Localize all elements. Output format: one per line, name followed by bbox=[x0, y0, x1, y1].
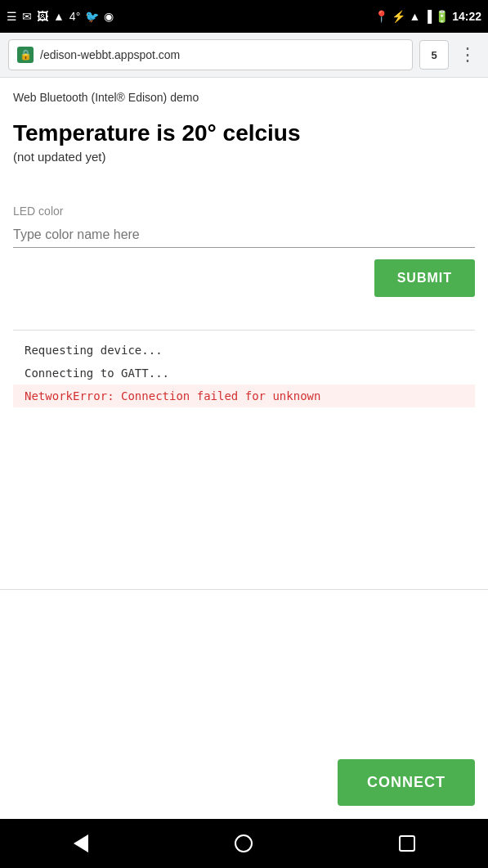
led-section: LED color bbox=[13, 205, 475, 248]
browser-chrome: 🔒 /edison-webbt.appspot.com 5 ⋮ bbox=[0, 33, 488, 78]
connect-button[interactable]: CONNECT bbox=[338, 759, 475, 806]
home-button[interactable] bbox=[235, 834, 253, 852]
log-section: Requesting device... Connecting to GATT.… bbox=[13, 330, 475, 416]
location-icon: 📍 bbox=[374, 10, 388, 23]
submit-row: SUBMIT bbox=[13, 259, 475, 297]
home-circle-icon bbox=[235, 834, 253, 852]
twitter-icon: 🐦 bbox=[85, 10, 99, 23]
connect-row: CONNECT bbox=[13, 759, 475, 806]
wifi-icon: ▲ bbox=[409, 10, 420, 23]
status-bar: ☰ ✉ 🖼 ▲ 4° 🐦 ◉ 📍 ⚡ ▲ ▐ 🔋 14:22 bbox=[0, 0, 488, 33]
led-label: LED color bbox=[13, 205, 475, 218]
chrome-icon: ◉ bbox=[104, 10, 114, 23]
tabs-button[interactable]: 5 bbox=[419, 40, 449, 70]
image-icon: 🖼 bbox=[37, 10, 48, 23]
main-content: Web Bluetooth (Intel® Edison) demo Tempe… bbox=[0, 78, 488, 573]
log-line-2: Connecting to GATT... bbox=[13, 362, 475, 385]
back-button[interactable] bbox=[74, 834, 88, 852]
url-text: /edison-webbt.appspot.com bbox=[40, 48, 180, 61]
signal-icon: ▐ bbox=[423, 10, 432, 23]
not-updated-label: (not updated yet) bbox=[13, 150, 475, 164]
secure-icon: 🔒 bbox=[17, 47, 34, 63]
log-line-1: Requesting device... bbox=[13, 339, 475, 362]
mountain-icon: ▲ bbox=[53, 10, 65, 23]
clock: 14:22 bbox=[452, 10, 481, 23]
temperature-heading: Temperature is 20° celcius bbox=[13, 120, 475, 146]
nav-bar bbox=[0, 819, 488, 868]
temp-label: 4° bbox=[69, 10, 80, 23]
status-bar-left: ☰ ✉ 🖼 ▲ 4° 🐦 ◉ bbox=[7, 10, 114, 23]
email-icon: ✉ bbox=[22, 10, 32, 23]
menu-icon: ☰ bbox=[7, 10, 17, 23]
led-color-input[interactable] bbox=[13, 223, 475, 248]
back-triangle-icon bbox=[74, 834, 88, 852]
battery-icon: 🔋 bbox=[435, 10, 449, 23]
recents-square-icon bbox=[399, 835, 415, 852]
app-title: Web Bluetooth (Intel® Edison) demo bbox=[13, 91, 475, 104]
bottom-area: CONNECT bbox=[0, 589, 488, 820]
log-line-3-error: NetworkError: Connection failed for unkn… bbox=[13, 385, 475, 407]
recents-button[interactable] bbox=[399, 835, 415, 852]
bluetooth-icon: ⚡ bbox=[392, 10, 405, 23]
address-bar[interactable]: 🔒 /edison-webbt.appspot.com bbox=[8, 39, 413, 70]
status-bar-right: 📍 ⚡ ▲ ▐ 🔋 14:22 bbox=[374, 10, 481, 23]
browser-menu-button[interactable]: ⋮ bbox=[455, 46, 480, 64]
submit-button[interactable]: SUBMIT bbox=[374, 259, 475, 297]
